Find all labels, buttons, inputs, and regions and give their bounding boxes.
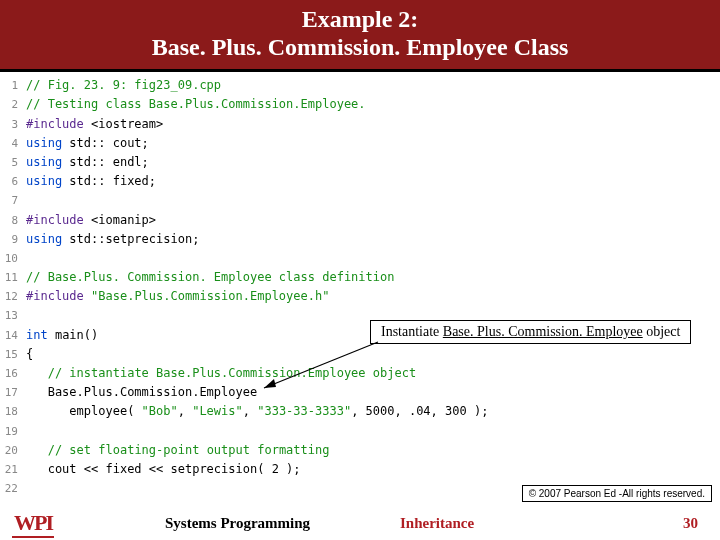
code-content: int main() bbox=[26, 326, 98, 345]
code-line: 17 Base.Plus.Commission.Employee bbox=[0, 383, 720, 402]
code-content: using std:: fixed; bbox=[26, 172, 156, 191]
callout-box: Instantiate Base. Plus. Commission. Empl… bbox=[370, 320, 691, 344]
callout-pre: Instantiate bbox=[381, 324, 443, 339]
code-content: #include "Base.Plus.Commission.Employee.… bbox=[26, 287, 329, 306]
line-number: 10 bbox=[0, 250, 26, 268]
footer-page-number: 30 bbox=[683, 515, 698, 532]
slide-footer: WPI Systems Programming Inheritance 30 bbox=[0, 506, 720, 540]
footer-topic: Inheritance bbox=[400, 515, 474, 532]
code-content: #include <iomanip> bbox=[26, 211, 156, 230]
code-content: // set floating-point output formatting bbox=[26, 441, 329, 460]
code-line: 5using std:: endl; bbox=[0, 153, 720, 172]
wpi-logo: WPI bbox=[14, 510, 52, 536]
code-line: 21 cout << fixed << setprecision( 2 ); bbox=[0, 460, 720, 479]
line-number: 20 bbox=[0, 442, 26, 460]
line-number: 1 bbox=[0, 77, 26, 95]
code-content: employee( "Bob", "Lewis", "333-33-3333",… bbox=[26, 402, 488, 421]
line-number: 16 bbox=[0, 365, 26, 383]
line-number: 3 bbox=[0, 116, 26, 134]
line-number: 18 bbox=[0, 403, 26, 421]
code-line: 6using std:: fixed; bbox=[0, 172, 720, 191]
code-content bbox=[26, 306, 33, 325]
line-number: 9 bbox=[0, 231, 26, 249]
line-number: 15 bbox=[0, 346, 26, 364]
callout-underlined: Base. Plus. Commission. Employee bbox=[443, 324, 643, 339]
line-number: 11 bbox=[0, 269, 26, 287]
code-line: 10 bbox=[0, 249, 720, 268]
code-listing: 1// Fig. 23. 9: fig23_09.cpp2// Testing … bbox=[0, 72, 720, 498]
code-line: 1// Fig. 23. 9: fig23_09.cpp bbox=[0, 76, 720, 95]
slide-header: Example 2: Base. Plus. Commission. Emplo… bbox=[0, 0, 720, 72]
code-content: using std::setprecision; bbox=[26, 230, 199, 249]
code-line: 7 bbox=[0, 191, 720, 210]
code-line: 11// Base.Plus. Commission. Employee cla… bbox=[0, 268, 720, 287]
callout-post: object bbox=[643, 324, 681, 339]
title-line-2: Base. Plus. Commission. Employee Class bbox=[152, 34, 569, 60]
line-number: 8 bbox=[0, 212, 26, 230]
code-line: 2// Testing class Base.Plus.Commission.E… bbox=[0, 95, 720, 114]
code-content: using std:: cout; bbox=[26, 134, 149, 153]
line-number: 12 bbox=[0, 288, 26, 306]
code-content bbox=[26, 479, 33, 498]
code-line: 18 employee( "Bob", "Lewis", "333-33-333… bbox=[0, 402, 720, 421]
code-content: // Fig. 23. 9: fig23_09.cpp bbox=[26, 76, 221, 95]
line-number: 2 bbox=[0, 96, 26, 114]
code-line: 4using std:: cout; bbox=[0, 134, 720, 153]
code-content: // Base.Plus. Commission. Employee class… bbox=[26, 268, 394, 287]
line-number: 7 bbox=[0, 192, 26, 210]
code-line: 15{ bbox=[0, 345, 720, 364]
code-content: { bbox=[26, 345, 33, 364]
code-content: using std:: endl; bbox=[26, 153, 149, 172]
code-line: 19 bbox=[0, 422, 720, 441]
code-content bbox=[26, 249, 33, 268]
code-line: 3#include <iostream> bbox=[0, 115, 720, 134]
title-line-1: Example 2: bbox=[302, 6, 419, 32]
code-line: 16 // instantiate Base.Plus.Commission.E… bbox=[0, 364, 720, 383]
line-number: 13 bbox=[0, 307, 26, 325]
line-number: 19 bbox=[0, 423, 26, 441]
line-number: 21 bbox=[0, 461, 26, 479]
line-number: 6 bbox=[0, 173, 26, 191]
line-number: 14 bbox=[0, 327, 26, 345]
code-content: // Testing class Base.Plus.Commission.Em… bbox=[26, 95, 366, 114]
code-content: // instantiate Base.Plus.Commission.Empl… bbox=[26, 364, 416, 383]
line-number: 17 bbox=[0, 384, 26, 402]
code-content: cout << fixed << setprecision( 2 ); bbox=[26, 460, 301, 479]
footer-course: Systems Programming bbox=[165, 515, 310, 532]
code-line: 12#include "Base.Plus.Commission.Employe… bbox=[0, 287, 720, 306]
slide-title: Example 2: Base. Plus. Commission. Emplo… bbox=[0, 6, 720, 61]
line-number: 22 bbox=[0, 480, 26, 498]
code-line: 8#include <iomanip> bbox=[0, 211, 720, 230]
code-content bbox=[26, 191, 33, 210]
code-content: #include <iostream> bbox=[26, 115, 163, 134]
copyright-notice: © 2007 Pearson Ed -All rights reserved. bbox=[522, 485, 712, 502]
line-number: 5 bbox=[0, 154, 26, 172]
line-number: 4 bbox=[0, 135, 26, 153]
code-line: 20 // set floating-point output formatti… bbox=[0, 441, 720, 460]
code-content: Base.Plus.Commission.Employee bbox=[26, 383, 257, 402]
code-line: 9using std::setprecision; bbox=[0, 230, 720, 249]
code-content bbox=[26, 422, 33, 441]
